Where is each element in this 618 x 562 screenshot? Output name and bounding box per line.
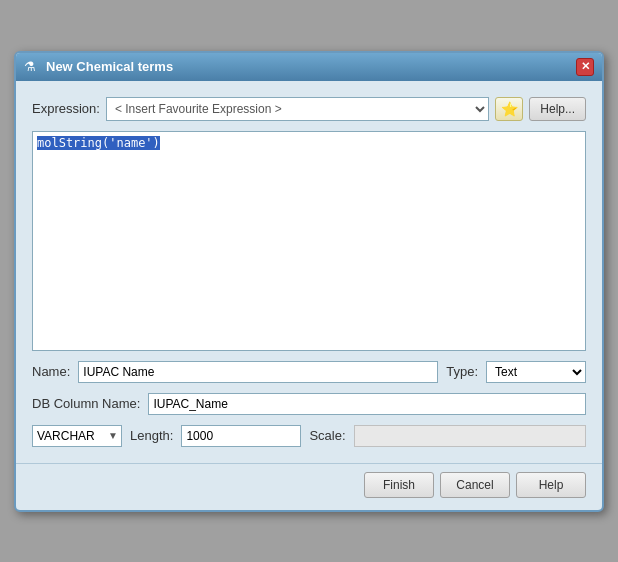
type-select[interactable]: Text Number Date [486, 361, 586, 383]
help-button[interactable]: Help... [529, 97, 586, 121]
length-input[interactable] [181, 425, 301, 447]
expression-display[interactable]: molString('name') [32, 131, 586, 351]
expression-row: Expression: < Insert Favourite Expressio… [32, 97, 586, 121]
name-label: Name: [32, 364, 70, 379]
button-row: Finish Cancel Help [16, 463, 602, 510]
expression-select-wrapper: < Insert Favourite Expression > [106, 97, 489, 121]
close-icon: ✕ [581, 60, 590, 73]
help-bottom-button[interactable]: Help [516, 472, 586, 498]
varchar-select-wrapper: VARCHAR CHAR NVARCHAR ▼ [32, 425, 122, 447]
db-column-label: DB Column Name: [32, 396, 140, 411]
title-bar-left: ⚗ New Chemical terms [24, 59, 173, 75]
expression-code: molString('name') [37, 136, 160, 150]
name-type-row: Name: Type: Text Number Date [32, 361, 586, 383]
dialog-title: New Chemical terms [46, 59, 173, 74]
dialog-icon: ⚗ [24, 59, 40, 75]
expression-select[interactable]: < Insert Favourite Expression > [106, 97, 489, 121]
varchar-row: VARCHAR CHAR NVARCHAR ▼ Length: Scale: [32, 425, 586, 447]
type-label: Type: [446, 364, 478, 379]
name-input[interactable] [78, 361, 438, 383]
expression-label: Expression: [32, 101, 100, 116]
title-bar: ⚗ New Chemical terms ✕ [16, 53, 602, 81]
cancel-button[interactable]: Cancel [440, 472, 510, 498]
finish-button[interactable]: Finish [364, 472, 434, 498]
star-icon: ⭐ [501, 101, 518, 117]
scale-label: Scale: [309, 428, 345, 443]
new-chemical-terms-dialog: ⚗ New Chemical terms ✕ Expression: < Ins… [14, 51, 604, 512]
close-button[interactable]: ✕ [576, 58, 594, 76]
type-select-wrapper: Text Number Date [486, 361, 586, 383]
length-label: Length: [130, 428, 173, 443]
favourite-button[interactable]: ⭐ [495, 97, 523, 121]
db-column-input[interactable] [148, 393, 586, 415]
dialog-body: Expression: < Insert Favourite Expressio… [16, 81, 602, 463]
scale-input[interactable] [354, 425, 586, 447]
db-column-row: DB Column Name: [32, 393, 586, 415]
varchar-select[interactable]: VARCHAR CHAR NVARCHAR [32, 425, 122, 447]
